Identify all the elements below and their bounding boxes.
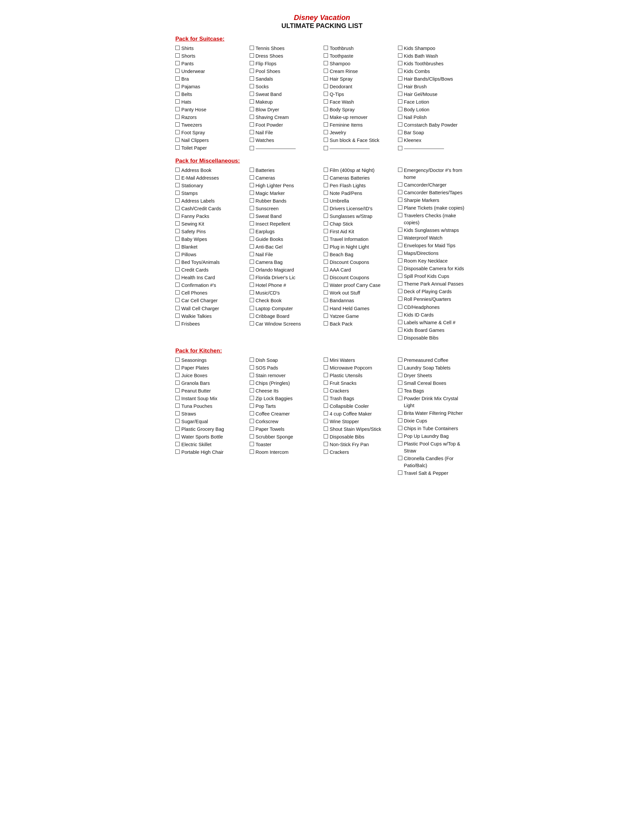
checkbox[interactable] — [250, 419, 254, 423]
checkbox[interactable] — [175, 321, 180, 326]
checkbox[interactable] — [398, 357, 402, 362]
checkbox[interactable] — [324, 115, 328, 119]
checkbox[interactable] — [250, 146, 254, 150]
checkbox[interactable] — [324, 434, 328, 439]
checkbox[interactable] — [398, 471, 402, 475]
checkbox[interactable] — [398, 205, 402, 209]
checkbox[interactable] — [250, 244, 254, 249]
checkbox[interactable] — [175, 290, 180, 294]
checkbox[interactable] — [250, 275, 254, 279]
checkbox[interactable] — [250, 321, 254, 326]
checkbox[interactable] — [324, 260, 328, 264]
checkbox[interactable] — [398, 122, 402, 127]
checkbox[interactable] — [175, 221, 180, 225]
checkbox[interactable] — [398, 228, 402, 232]
checkbox[interactable] — [324, 236, 328, 241]
checkbox[interactable] — [250, 442, 254, 446]
checkbox[interactable] — [398, 235, 402, 240]
checkbox[interactable] — [398, 167, 402, 172]
checkbox[interactable] — [324, 357, 328, 362]
checkbox[interactable] — [175, 92, 180, 96]
checkbox[interactable] — [175, 381, 180, 385]
checkbox[interactable] — [398, 190, 402, 194]
checkbox[interactable] — [398, 130, 402, 134]
checkbox[interactable] — [398, 198, 402, 202]
checkbox[interactable] — [250, 260, 254, 264]
checkbox[interactable] — [398, 312, 402, 317]
checkbox[interactable] — [250, 221, 254, 225]
checkbox[interactable] — [175, 396, 180, 400]
checkbox[interactable] — [175, 244, 180, 249]
checkbox[interactable] — [398, 289, 402, 293]
checkbox[interactable] — [398, 441, 402, 445]
checkbox[interactable] — [175, 115, 180, 119]
checkbox[interactable] — [175, 306, 180, 310]
checkbox[interactable] — [398, 76, 402, 80]
checkbox[interactable] — [250, 115, 254, 119]
checkbox[interactable] — [250, 92, 254, 96]
checkbox[interactable] — [250, 396, 254, 400]
checkbox[interactable] — [324, 365, 328, 370]
checkbox[interactable] — [175, 442, 180, 446]
checkbox[interactable] — [398, 258, 402, 262]
checkbox[interactable] — [324, 84, 328, 88]
checkbox[interactable] — [324, 290, 328, 294]
checkbox[interactable] — [250, 53, 254, 58]
checkbox[interactable] — [398, 418, 402, 423]
checkbox[interactable] — [324, 221, 328, 225]
checkbox[interactable] — [175, 283, 180, 287]
checkbox[interactable] — [398, 46, 402, 50]
checkbox[interactable] — [324, 419, 328, 423]
checkbox[interactable] — [324, 107, 328, 111]
checkbox[interactable] — [175, 198, 180, 203]
checkbox[interactable] — [175, 365, 180, 370]
checkbox[interactable] — [398, 61, 402, 65]
checkbox[interactable] — [324, 275, 328, 279]
checkbox[interactable] — [250, 61, 254, 65]
checkbox[interactable] — [398, 266, 402, 270]
checkbox[interactable] — [250, 267, 254, 272]
checkbox[interactable] — [250, 183, 254, 187]
checkbox[interactable] — [324, 298, 328, 302]
checkbox[interactable] — [324, 229, 328, 233]
checkbox[interactable] — [250, 191, 254, 195]
checkbox[interactable] — [175, 138, 180, 142]
checkbox[interactable] — [324, 314, 328, 318]
checkbox[interactable] — [324, 69, 328, 73]
checkbox[interactable] — [175, 84, 180, 88]
checkbox[interactable] — [175, 76, 180, 80]
checkbox[interactable] — [175, 206, 180, 210]
checkbox[interactable] — [398, 281, 402, 286]
checkbox[interactable] — [324, 46, 328, 50]
checkbox[interactable] — [398, 69, 402, 73]
checkbox[interactable] — [175, 388, 180, 392]
checkbox[interactable] — [398, 213, 402, 217]
checkbox[interactable] — [398, 273, 402, 278]
checkbox[interactable] — [175, 298, 180, 302]
checkbox[interactable] — [175, 260, 180, 264]
checkbox[interactable] — [398, 99, 402, 104]
checkbox[interactable] — [324, 167, 328, 172]
checkbox[interactable] — [398, 115, 402, 119]
checkbox[interactable] — [250, 306, 254, 310]
checkbox[interactable] — [398, 328, 402, 332]
checkbox[interactable] — [398, 84, 402, 88]
checkbox[interactable] — [324, 373, 328, 377]
checkbox[interactable] — [250, 411, 254, 415]
checkbox[interactable] — [324, 404, 328, 408]
checkbox[interactable] — [398, 456, 402, 460]
checkbox[interactable] — [398, 107, 402, 111]
checkbox[interactable] — [324, 76, 328, 80]
checkbox[interactable] — [250, 175, 254, 180]
checkbox[interactable] — [324, 206, 328, 210]
checkbox[interactable] — [324, 198, 328, 203]
checkbox[interactable] — [250, 434, 254, 439]
checkbox[interactable] — [175, 145, 180, 150]
checkbox[interactable] — [250, 283, 254, 287]
checkbox[interactable] — [398, 434, 402, 438]
checkbox[interactable] — [175, 61, 180, 65]
checkbox[interactable] — [398, 243, 402, 247]
checkbox[interactable] — [175, 175, 180, 180]
checkbox[interactable] — [250, 167, 254, 172]
checkbox[interactable] — [398, 388, 402, 392]
